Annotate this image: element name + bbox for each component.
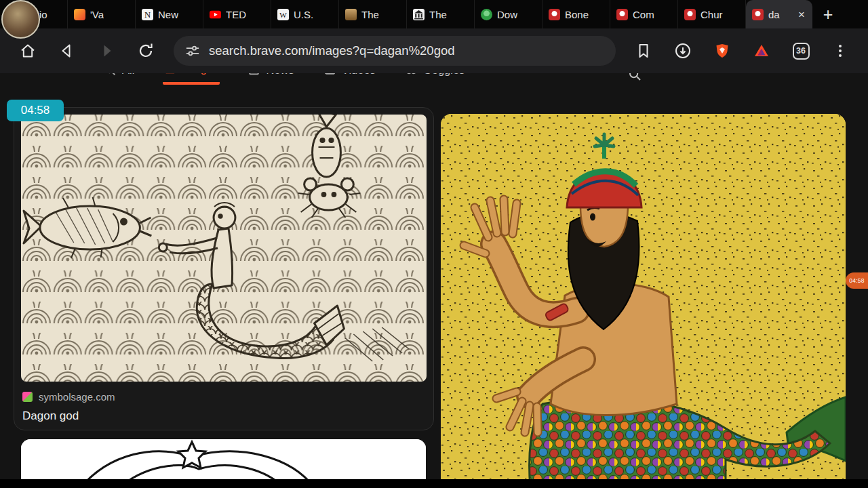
red-site-favicon [684, 9, 696, 20]
tab-label: 'Va [90, 9, 104, 20]
tab-close-icon[interactable]: × [797, 9, 806, 20]
museum-favicon [413, 9, 425, 20]
tab-label: The [429, 9, 447, 20]
tune-icon [184, 43, 201, 59]
artwork-favicon [345, 9, 357, 20]
tab-label: Chur [701, 9, 723, 20]
tab-label: da [768, 9, 780, 20]
side-timer-badge: 04:58 [846, 272, 868, 289]
nyt-favicon: N [142, 9, 153, 20]
browser-window: Motio 'Va N New TED W U.S. The The Dow [0, 0, 868, 488]
tab-label: Dow [497, 9, 517, 20]
green-site-favicon [481, 9, 492, 20]
tab-ted[interactable]: TED [203, 0, 271, 28]
url-text: search.brave.com/images?q=dagan%20god [209, 43, 455, 58]
reload-icon[interactable] [137, 42, 155, 60]
bottom-black-bar [0, 479, 868, 488]
tab-va[interactable]: 'Va [68, 0, 136, 28]
tab-label: TED [226, 9, 246, 20]
recording-timer-badge: 04:58 [7, 100, 64, 121]
tab-strip: Motio 'Va N New TED W U.S. The The Dow [0, 0, 868, 28]
home-icon[interactable] [19, 42, 37, 60]
tab-label: New [158, 9, 178, 20]
tab-label: The [361, 9, 379, 20]
new-tab-button[interactable]: + [812, 0, 844, 28]
brave-rewards-icon[interactable] [753, 42, 770, 60]
back-icon[interactable] [58, 42, 76, 60]
browser-toolbar: search.brave.com/images?q=dagan%20god 36 [0, 28, 868, 73]
tab-us[interactable]: W U.S. [271, 0, 339, 28]
tab-bone[interactable]: Bone [542, 0, 610, 28]
menu-icon[interactable] [831, 42, 849, 60]
red-site-favicon [752, 9, 764, 20]
forward-icon[interactable] [98, 42, 115, 60]
tab-the-2[interactable]: The [407, 0, 475, 28]
tab-dow[interactable]: Dow [475, 0, 542, 28]
image-result-card-dagon[interactable]: symbolsage.com Dagon god [14, 107, 434, 430]
result-image-dagon-drawing[interactable] [21, 115, 427, 382]
result-title[interactable]: Dagon god [22, 409, 425, 423]
tab-new[interactable]: N New [136, 0, 203, 28]
tab-com[interactable]: Com [610, 0, 678, 28]
image-result-dagon-color[interactable] [441, 114, 846, 488]
tab-da-active[interactable]: da × [746, 0, 812, 28]
dagon-color-art [441, 114, 846, 488]
tab-label: Bone [565, 9, 589, 20]
tab-label: U.S. [294, 9, 313, 20]
tab-label: Com [633, 9, 654, 20]
tab-count-value: 36 [793, 43, 810, 60]
symbolsage-favicon [22, 392, 33, 402]
red-site-favicon [616, 9, 628, 20]
result-card-footer: symbolsage.com Dagon god [22, 391, 425, 423]
wikipedia-favicon: W [277, 9, 289, 20]
tab-chur[interactable]: Chur [678, 0, 746, 28]
download-icon[interactable] [674, 42, 692, 60]
result-source: symbolsage.com [39, 391, 115, 403]
brave-shield-icon[interactable] [713, 42, 731, 60]
url-bar[interactable]: search.brave.com/images?q=dagan%20god [174, 36, 616, 66]
red-site-favicon [549, 9, 560, 20]
youtube-favicon [210, 9, 221, 20]
dagon-line-art [21, 115, 427, 382]
tab-counter[interactable]: 36 [792, 42, 810, 60]
svg-text:W: W [279, 10, 287, 18]
recording-avatar [1, 0, 40, 39]
svg-text:N: N [144, 10, 151, 20]
tab-the-1[interactable]: The [339, 0, 407, 28]
result-source-row[interactable]: symbolsage.com [22, 391, 425, 403]
orange-site-favicon [74, 9, 85, 20]
bookmark-icon[interactable] [635, 42, 652, 60]
